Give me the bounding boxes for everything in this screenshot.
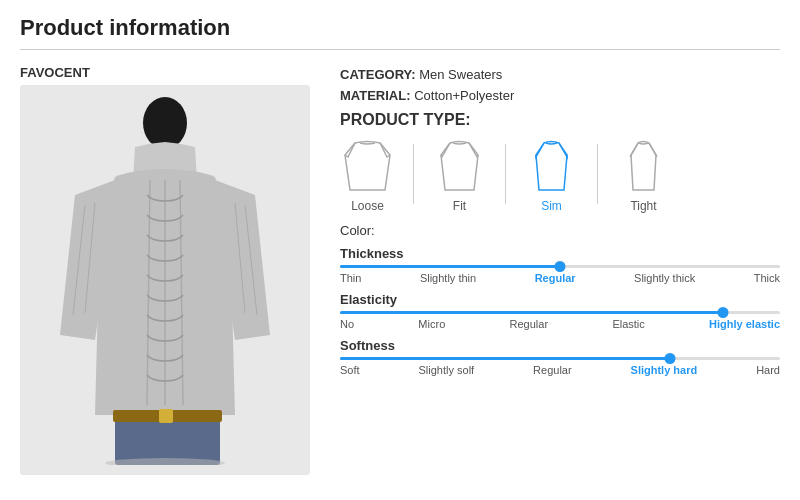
softness-section: Softness Soft Slightly solf Regular Slig… [340, 338, 780, 376]
type-divider-3 [597, 144, 598, 204]
sweater-illustration [35, 95, 295, 465]
tight-icon [616, 135, 671, 195]
elasticity-track [340, 311, 780, 314]
page-container: Product information FAVOCENT [0, 0, 800, 500]
thickness-title: Thickness [340, 246, 780, 261]
content-row: FAVOCENT [20, 65, 780, 475]
thickness-label-0: Thin [340, 272, 361, 284]
type-fit[interactable]: Fit [432, 135, 487, 213]
thickness-thumb [555, 261, 566, 272]
elasticity-fill [340, 311, 723, 314]
sim-icon [524, 135, 579, 195]
softness-thumb [665, 353, 676, 364]
elasticity-label-0: No [340, 318, 354, 330]
type-tight-label: Tight [630, 199, 656, 213]
softness-title: Softness [340, 338, 780, 353]
product-type-title: PRODUCT TYPE: [340, 111, 780, 129]
thickness-fill [340, 265, 560, 268]
svg-rect-10 [159, 409, 173, 423]
softness-label-0: Soft [340, 364, 360, 376]
type-sim-label: Sim [541, 199, 562, 213]
thickness-label-1: Slightly thin [420, 272, 476, 284]
softness-label-3: Slightly hard [631, 364, 698, 376]
softness-slider[interactable]: Soft Slightly solf Regular Slightly hard… [340, 357, 780, 376]
elasticity-title: Elasticity [340, 292, 780, 307]
softness-fill [340, 357, 670, 360]
type-loose-label: Loose [351, 199, 384, 213]
elasticity-label-1: Micro [418, 318, 445, 330]
elasticity-thumb [717, 307, 728, 318]
softness-track [340, 357, 780, 360]
brand-label: FAVOCENT [20, 65, 320, 80]
product-image-section: FAVOCENT [20, 65, 320, 475]
category-value: Men Sweaters [419, 67, 502, 82]
thickness-label-3: Slightly thick [634, 272, 695, 284]
type-loose[interactable]: Loose [340, 135, 395, 213]
fit-icon [432, 135, 487, 195]
thickness-track [340, 265, 780, 268]
category-row: CATEGORY: Men Sweaters [340, 67, 780, 82]
material-value: Cotton+Polyester [414, 88, 514, 103]
softness-label-2: Regular [533, 364, 572, 376]
type-divider-2 [505, 144, 506, 204]
elasticity-label-4: Highly elastic [709, 318, 780, 330]
page-title: Product information [20, 15, 780, 50]
color-section: Color: [340, 223, 780, 238]
softness-label-1: Slightly solf [419, 364, 475, 376]
color-label: Color: [340, 223, 375, 238]
product-types: Loose Fit [340, 135, 780, 213]
type-divider-1 [413, 144, 414, 204]
softness-labels: Soft Slightly solf Regular Slightly hard… [340, 364, 780, 376]
info-section: CATEGORY: Men Sweaters MATERIAL: Cotton+… [340, 65, 780, 475]
elasticity-label-2: Regular [510, 318, 549, 330]
type-sim[interactable]: Sim [524, 135, 579, 213]
category-label: CATEGORY: [340, 67, 416, 82]
material-label: MATERIAL: [340, 88, 411, 103]
material-row: MATERIAL: Cotton+Polyester [340, 88, 780, 103]
thickness-section: Thickness Thin Slightly thin Regular Sli… [340, 246, 780, 284]
type-fit-label: Fit [453, 199, 466, 213]
type-tight[interactable]: Tight [616, 135, 671, 213]
loose-icon [340, 135, 395, 195]
svg-point-0 [143, 97, 187, 149]
thickness-label-4: Thick [754, 272, 780, 284]
thickness-slider[interactable]: Thin Slightly thin Regular Slightly thic… [340, 265, 780, 284]
product-image [20, 85, 310, 475]
softness-label-4: Hard [756, 364, 780, 376]
elasticity-labels: No Micro Regular Elastic Highly elastic [340, 318, 780, 330]
thickness-label-2: Regular [535, 272, 576, 284]
elasticity-slider[interactable]: No Micro Regular Elastic Highly elastic [340, 311, 780, 330]
elasticity-label-3: Elastic [612, 318, 644, 330]
thickness-labels: Thin Slightly thin Regular Slightly thic… [340, 272, 780, 284]
elasticity-section: Elasticity No Micro Regular Elastic High… [340, 292, 780, 330]
